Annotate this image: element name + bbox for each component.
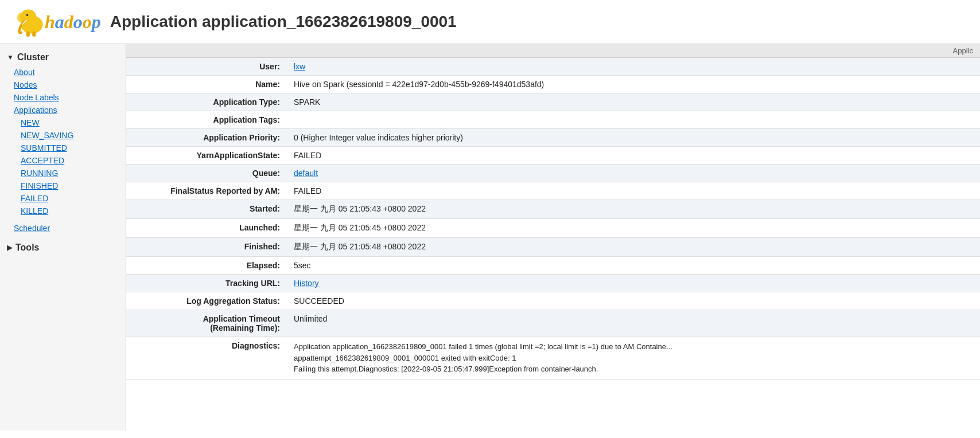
field-label: Elapsed: <box>126 257 287 275</box>
field-label: Diagnostics: <box>126 337 287 380</box>
sidebar-item-accepted[interactable]: ACCEPTED <box>0 154 126 167</box>
hadoop-logo: hadoop <box>9 5 101 39</box>
svg-rect-4 <box>26 32 30 37</box>
application-info-table: User:lxwName:Hive on Spark (sessionId = … <box>126 58 980 380</box>
field-value: Unlimited <box>287 310 980 337</box>
field-value: 0 (Higher Integer value indicates higher… <box>287 129 980 147</box>
sidebar-item-nodes[interactable]: Nodes <box>0 79 126 91</box>
field-label: Finished: <box>126 238 287 257</box>
field-value-link[interactable]: lxw <box>294 62 305 71</box>
table-row: Log Aggregation Status:SUCCEEDED <box>126 292 980 310</box>
page-header: hadoop Application application_166238261… <box>0 0 980 44</box>
field-value: 星期一 九月 05 21:05:48 +0800 2022 <box>287 238 980 257</box>
field-label: Application Timeout(Remaining Time): <box>126 310 287 337</box>
field-value <box>287 111 980 129</box>
field-value: 星期一 九月 05 21:05:45 +0800 2022 <box>287 219 980 238</box>
field-value: SUCCEEDED <box>287 292 980 310</box>
table-row: Application Priority:0 (Higher Integer v… <box>126 129 980 147</box>
sidebar-item-finished[interactable]: FINISHED <box>0 179 126 192</box>
table-row: YarnApplicationState:FAILED <box>126 147 980 165</box>
cluster-label: Cluster <box>17 52 49 62</box>
field-value: 5sec <box>287 257 980 275</box>
sidebar-item-submitted[interactable]: SUBMITTED <box>0 142 126 154</box>
main-content: Applic User:lxwName:Hive on Spark (sessi… <box>126 44 980 431</box>
page-title: Application application_1662382619809_00… <box>110 13 457 31</box>
hadoop-logo-svg <box>9 5 49 39</box>
sidebar-item-new[interactable]: NEW <box>0 116 126 129</box>
tools-arrow: ▶ <box>7 244 12 252</box>
table-row: Finished:星期一 九月 05 21:05:48 +0800 2022 <box>126 238 980 257</box>
table-row: User:lxw <box>126 58 980 76</box>
svg-rect-5 <box>32 32 36 37</box>
sidebar: ▼ Cluster About Nodes Node Labels Applic… <box>0 44 126 431</box>
field-value-link[interactable]: default <box>294 169 318 178</box>
field-label: Name: <box>126 76 287 93</box>
field-value-link[interactable]: History <box>294 279 319 288</box>
field-label: Queue: <box>126 165 287 182</box>
tools-label: Tools <box>15 243 39 253</box>
table-row: Name:Hive on Spark (sessionId = 422e1d97… <box>126 76 980 93</box>
field-label: Started: <box>126 200 287 219</box>
table-row: Tracking URL:History <box>126 275 980 292</box>
diagnostics-text: Application application_1662382619809_00… <box>294 341 973 375</box>
field-value: lxw <box>287 58 980 76</box>
table-row: Application Tags: <box>126 111 980 129</box>
field-label: YarnApplicationState: <box>126 147 287 165</box>
table-row: Queue:default <box>126 165 980 182</box>
sidebar-item-new-saving[interactable]: NEW_SAVING <box>0 129 126 142</box>
field-value: 星期一 九月 05 21:05:43 +0800 2022 <box>287 200 980 219</box>
table-row: FinalStatus Reported by AM:FAILED <box>126 182 980 200</box>
field-label: FinalStatus Reported by AM: <box>126 182 287 200</box>
sidebar-item-about[interactable]: About <box>0 66 126 79</box>
sidebar-item-running[interactable]: RUNNING <box>0 167 126 179</box>
field-value: History <box>287 275 980 292</box>
table-row: Launched:星期一 九月 05 21:05:45 +0800 2022 <box>126 219 980 238</box>
svg-point-3 <box>26 14 29 16</box>
field-label: Log Aggregation Status: <box>126 292 287 310</box>
field-label: User: <box>126 58 287 76</box>
sidebar-item-scheduler[interactable]: Scheduler <box>0 222 126 234</box>
field-value: Hive on Spark (sessionId = 422e1d97-2d0b… <box>287 76 980 93</box>
field-value: FAILED <box>287 182 980 200</box>
field-label: Tracking URL: <box>126 275 287 292</box>
field-value: Application application_1662382619809_00… <box>287 337 980 380</box>
field-value: FAILED <box>287 147 980 165</box>
field-label: Application Priority: <box>126 129 287 147</box>
app-header-row: Applic <box>126 44 980 58</box>
tools-section-header[interactable]: ▶ Tools <box>0 239 126 256</box>
sidebar-item-failed[interactable]: FAILED <box>0 192 126 205</box>
app-header-text: Applic <box>953 46 973 55</box>
table-row: Diagnostics:Application application_1662… <box>126 337 980 380</box>
sidebar-item-node-labels[interactable]: Node Labels <box>0 91 126 104</box>
main-layout: ▼ Cluster About Nodes Node Labels Applic… <box>0 44 980 431</box>
field-label: Application Tags: <box>126 111 287 129</box>
field-value: SPARK <box>287 93 980 111</box>
table-row: Started:星期一 九月 05 21:05:43 +0800 2022 <box>126 200 980 219</box>
table-row: Elapsed:5sec <box>126 257 980 275</box>
field-label: Application Type: <box>126 93 287 111</box>
sidebar-item-killed[interactable]: KILLED <box>0 205 126 217</box>
cluster-arrow: ▼ <box>7 53 14 61</box>
field-label: Launched: <box>126 219 287 238</box>
cluster-section-header[interactable]: ▼ Cluster <box>0 49 126 66</box>
table-row: Application Timeout(Remaining Time):Unli… <box>126 310 980 337</box>
sidebar-item-applications[interactable]: Applications <box>0 104 126 116</box>
field-value: default <box>287 165 980 182</box>
table-row: Application Type:SPARK <box>126 93 980 111</box>
